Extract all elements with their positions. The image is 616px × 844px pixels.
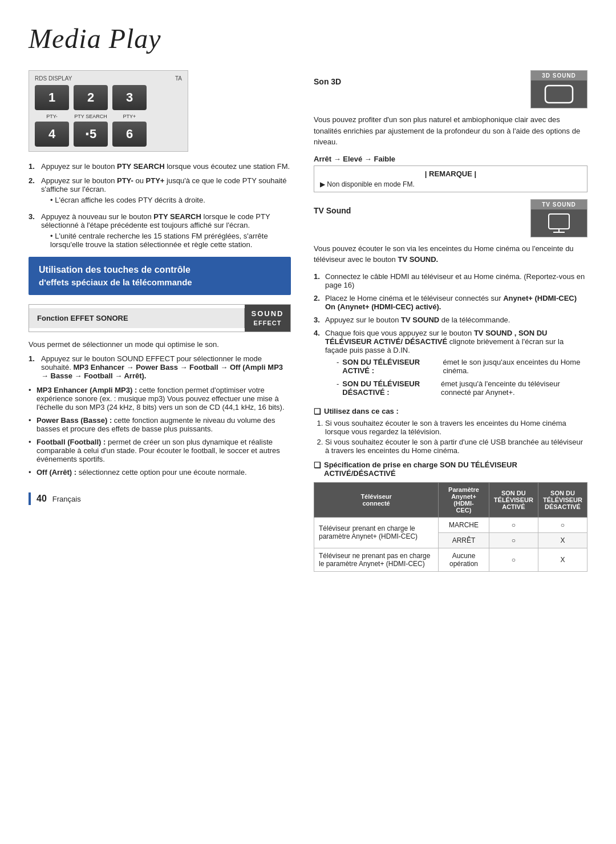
tv-row1-label: Téléviseur prenant en charge le paramètr… — [314, 517, 439, 548]
arret-line: Arrêt → Elevé → Faible — [314, 155, 587, 163]
tv-sound-button-top: TV SOUND — [531, 200, 587, 209]
sound-effect-button-bottom: EFFECT — [248, 319, 287, 327]
sound-effect-button[interactable]: SOUND EFFECT — [245, 305, 290, 332]
radio-button-4[interactable]: 4 — [35, 122, 69, 147]
th-son-desactive: SON DUTÉLÉVISEURDÉSACTIVÉ — [538, 482, 587, 517]
pty-search-label: PTY SEARCH — [74, 114, 108, 119]
right-column: Son 3D 3D SOUND Vous pouvez profiter d'u… — [314, 70, 587, 572]
step-1: 1. Appuyez sur le bouton PTY SEARCH lors… — [29, 162, 291, 171]
tv-row1-desactive1: ○ — [538, 517, 587, 532]
highlight-box: Utilisation des touches de contrôle d'ef… — [29, 257, 291, 295]
radio-button-2[interactable]: 2 — [74, 85, 108, 110]
remarque-content: Non disponible en mode FM. — [320, 180, 581, 188]
utilise-title: Utilisez dans ce cas : — [314, 407, 587, 415]
left-column: RDS DISPLAY TA 1 2 3 PTY- PTY SEARCH PTY… — [29, 70, 291, 572]
bullet-off: Off (Arrêt) : sélectionnez cette option … — [29, 468, 291, 476]
th-televiseur: Téléviseurconnecté — [314, 482, 439, 517]
footer-bar — [29, 492, 31, 505]
tv-step-1: 1. Connectez le câble HDMI au téléviseur… — [314, 272, 587, 289]
spec-table: Téléviseurconnecté ParamètreAnynet+(HDMI… — [314, 482, 587, 572]
remarque-title: | REMARQUE | — [320, 169, 581, 178]
tv-sound-row: TV Sound TV SOUND — [314, 199, 587, 237]
th-parametre: ParamètreAnynet+(HDMI-CEC) — [439, 482, 489, 517]
language-label: Français — [52, 495, 81, 503]
step-3-sub: L'unité centrale recherche les 15 statio… — [50, 232, 291, 249]
table-row-3: Téléviseur ne prenant pas en charge le p… — [314, 548, 587, 571]
utilise-section: Utilisez dans ce cas : Si vous souhaitez… — [314, 407, 587, 455]
tv-step-4: 4. Chaque fois que vous appuyez sur le b… — [314, 329, 587, 401]
pty-plus-label: PTY+ — [112, 114, 147, 119]
remarque-box: | REMARQUE | Non disponible en mode FM. — [314, 165, 587, 192]
ta-label: TA — [175, 75, 182, 82]
highlight-title-line2: d'effets spéciaux de la télécommande — [39, 277, 281, 287]
son3d-button-top: 3D SOUND — [531, 71, 587, 80]
highlight-title-line1: Utilisation des touches de contrôle — [39, 265, 281, 275]
radio-button-3[interactable]: 3 — [112, 85, 147, 110]
tv-row3-label: Téléviseur ne prenant pas en charge le p… — [314, 548, 439, 571]
dash-item-2: SON DU TÉLÉVISEUR DÉSACTIVÉ : émet jusqu… — [337, 379, 587, 397]
bullet-power-bass: Power Bass (Basse) : cette fonction augm… — [29, 416, 291, 433]
page-footer: 40 Français — [29, 492, 291, 505]
step-2: 2. Appuyez sur le bouton PTY- ou PTY+ ju… — [29, 176, 291, 207]
th-son-active: SON DUTÉLÉVISEURACTIVÉ — [489, 482, 538, 517]
tv-row3-active: ○ — [489, 548, 538, 571]
son3d-button-icon — [531, 80, 587, 108]
radio-image: RDS DISPLAY TA 1 2 3 PTY- PTY SEARCH PTY… — [29, 70, 188, 152]
tv-sound-text: Vous pouvez écouter le son via les encei… — [314, 243, 587, 265]
bullet-mp3: MP3 Enhancer (Ampli MP3) : cette fonctio… — [29, 386, 291, 411]
rds-display-label: RDS DISPLAY — [35, 75, 72, 82]
tv-row3-param: Aucune opération — [439, 548, 489, 571]
sound-intro-text: Vous permet de sélectionner un mode qui … — [29, 340, 291, 349]
sound-bullets: MP3 Enhancer (Ampli MP3) : cette fonctio… — [29, 386, 291, 476]
tv-row2-active: ○ — [489, 532, 538, 548]
radio-button-1[interactable]: 1 — [35, 85, 69, 110]
tv-row3-desactive: X — [538, 548, 587, 571]
utilise-item-1: Si vous souhaitez écouter le son à trave… — [325, 419, 587, 436]
svg-rect-0 — [545, 86, 573, 103]
tv-sound-button-icon — [531, 209, 587, 237]
tv-row1-param1: MARCHE — [439, 517, 489, 532]
pty-steps: 1. Appuyez sur le bouton PTY SEARCH lors… — [29, 162, 291, 251]
page-title: Media Play — [29, 23, 587, 54]
son3d-text: Vous pouvez profiter d'un son plus natur… — [314, 114, 587, 148]
tv-steps: 1. Connectez le câble HDMI au téléviseur… — [314, 272, 587, 401]
son3d-label: Son 3D — [314, 70, 530, 93]
radio-button-5[interactable]: ·5 — [74, 122, 108, 147]
svg-rect-1 — [549, 214, 569, 229]
sound-effect-label: Fonction EFFET SONORE — [29, 308, 245, 328]
tv-row2-desactive: X — [538, 532, 587, 548]
tv-sound-button-box[interactable]: TV SOUND — [530, 199, 587, 237]
bullet-football: Football (Football) : permet de créer un… — [29, 438, 291, 463]
spec-section: Spécification de prise en charge SON DU … — [314, 461, 587, 572]
tv-step-2: 2. Placez le Home cinéma et le téléviseu… — [314, 294, 587, 311]
step-2-sub: L'écran affiche les codes PTY décrits à … — [50, 196, 291, 204]
pty-minus-label: PTY- — [35, 114, 69, 119]
radio-button-6[interactable]: 6 — [112, 122, 147, 147]
table-row-1: Téléviseur prenant en charge le paramètr… — [314, 517, 587, 532]
utilise-list: Si vous souhaitez écouter le son à trave… — [314, 419, 587, 455]
tv-row1-active1: ○ — [489, 517, 538, 532]
sound-steps: 1. Appuyez sur le bouton SOUND EFFECT po… — [29, 354, 291, 380]
dash-item-1: SON DU TÉLÉVISEUR ACTIVÉ : émet le son j… — [337, 358, 587, 375]
tv-sound-label: TV Sound — [314, 199, 530, 222]
sound-effect-row: Fonction EFFET SONORE SOUND EFFECT — [29, 304, 291, 332]
spec-title: Spécification de prise en charge SON DU … — [314, 461, 587, 478]
tv-step-3: 3. Appuyez sur le bouton TV SOUND de la … — [314, 316, 587, 324]
step-3: 3. Appuyez à nouveau sur le bouton PTY S… — [29, 212, 291, 251]
utilise-item-2: Si vous souhaitez écouter le son à parti… — [325, 438, 587, 455]
tv-row2-param: ARRÊT — [439, 532, 489, 548]
son3d-button-box[interactable]: 3D SOUND — [530, 70, 587, 108]
page-number: 40 — [37, 494, 47, 504]
sound-effect-button-top: SOUND — [248, 309, 287, 319]
sound-step-1: 1. Appuyez sur le bouton SOUND EFFECT po… — [29, 354, 291, 380]
son3d-row: Son 3D 3D SOUND — [314, 70, 587, 108]
